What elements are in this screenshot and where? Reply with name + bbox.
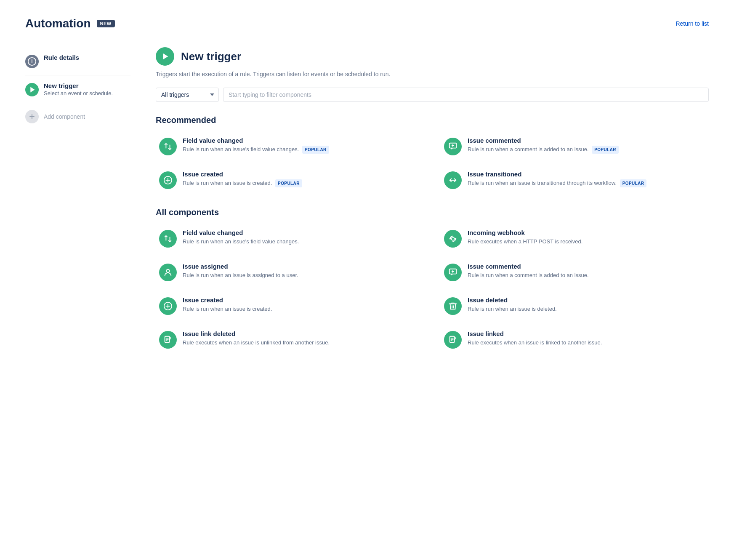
webhook-desc-all: Rule executes when a HTTP POST is receiv…: [468, 237, 582, 246]
sidebar-item-rule-details[interactable]: i Rule details: [25, 47, 130, 75]
new-badge: NEW: [97, 20, 115, 27]
component-issue-assigned-all[interactable]: Issue assigned Rule is run when an issue…: [156, 259, 424, 285]
page-header: Automation NEW Return to list: [25, 17, 709, 30]
sidebar-add-component[interactable]: Add component: [25, 103, 130, 130]
rule-details-text: Rule details: [44, 54, 79, 61]
component-issue-commented-rec[interactable]: Issue commented Rule is run when a comme…: [441, 133, 709, 159]
comment-plus-icon-all: [448, 268, 457, 277]
play-icon-content: [160, 52, 170, 61]
webhook-icon: [448, 234, 457, 243]
field-value-desc-all: Rule is run when an issue's field value …: [183, 237, 299, 246]
issue-created-icon-rec: [159, 171, 177, 189]
filter-input[interactable]: [223, 88, 709, 102]
component-issue-link-deleted-all[interactable]: Issue link deleted Rule executes when an…: [156, 327, 424, 352]
issue-linked-text-all: Issue linked Rule executes when an issue…: [468, 330, 602, 347]
issue-link-deleted-text-all: Issue link deleted Rule executes when an…: [183, 330, 330, 347]
issue-deleted-icon-all: [444, 297, 462, 315]
link-doc-icon-1: [163, 335, 173, 344]
content-title: New trigger: [181, 50, 241, 63]
all-components-section: All components Field value changed Rule …: [156, 208, 709, 352]
issue-commented-icon-rec: [444, 138, 462, 155]
new-trigger-text: New trigger Select an event or schedule.: [44, 82, 113, 96]
field-value-icon-rec: [159, 138, 177, 155]
comment-plus-icon-rec: [448, 142, 457, 151]
main-content: New trigger Triggers start the execution…: [143, 47, 709, 367]
issue-assigned-icon-all: [159, 264, 177, 281]
field-value-desc-rec: Rule is run when an issue's field value …: [183, 145, 329, 154]
trash-icon: [448, 301, 457, 311]
component-field-value-changed-all[interactable]: Field value changed Rule is run when an …: [156, 226, 424, 251]
component-issue-deleted-all[interactable]: Issue deleted Rule is run when an issue …: [441, 293, 709, 318]
filter-row: All triggers Scheduled Events: [156, 88, 709, 102]
recommended-title: Recommended: [156, 115, 709, 125]
content-description: Triggers start the execution of a rule. …: [156, 71, 709, 77]
svg-point-14: [455, 238, 457, 240]
issue-transitioned-icon-rec: [444, 171, 462, 189]
webhook-icon-all: [444, 230, 462, 248]
all-components-title: All components: [156, 208, 709, 217]
issue-created-desc-all: Rule is run when an issue is created.: [183, 305, 272, 313]
trigger-filter-select[interactable]: All triggers Scheduled Events: [156, 88, 219, 102]
field-value-text-all: Field value changed Rule is run when an …: [183, 229, 299, 246]
main-layout: i Rule details New trigger Select an eve…: [25, 47, 709, 367]
issue-created-name-rec: Issue created: [183, 171, 302, 178]
add-component-icon: [25, 110, 39, 123]
plus-circle-icon-all: [163, 301, 173, 311]
issue-commented-icon-all: [444, 264, 462, 281]
component-issue-commented-all[interactable]: Issue commented Rule is run when a comme…: [441, 259, 709, 285]
header-left: Automation NEW: [25, 17, 115, 30]
new-trigger-title: New trigger: [44, 82, 113, 89]
issue-link-deleted-icon-all: [159, 331, 177, 349]
issue-commented-desc-rec: Rule is run when a comment is added to a…: [468, 145, 619, 154]
issue-transitioned-text-rec: Issue transitioned Rule is run when an i…: [468, 171, 646, 187]
component-field-value-changed-rec[interactable]: Field value changed Rule is run when an …: [156, 133, 424, 159]
issue-deleted-text-all: Issue deleted Rule is run when an issue …: [468, 296, 557, 313]
info-icon: i: [27, 57, 37, 66]
sidebar: i Rule details New trigger Select an eve…: [25, 47, 143, 367]
trigger-play-icon: [156, 47, 174, 66]
issue-assigned-desc-all: Rule is run when an issue is assigned to…: [183, 271, 298, 280]
swap-icon-all: [163, 234, 173, 243]
issue-linked-name-all: Issue linked: [468, 330, 602, 337]
component-issue-linked-all[interactable]: Issue linked Rule executes when an issue…: [441, 327, 709, 352]
webhook-name-all: Incoming webhook: [468, 229, 582, 236]
issue-commented-name-all: Issue commented: [468, 263, 589, 270]
page-title: Automation: [25, 17, 91, 30]
issue-transitioned-name-rec: Issue transitioned: [468, 171, 646, 178]
component-incoming-webhook-all[interactable]: Incoming webhook Rule executes when a HT…: [441, 226, 709, 251]
issue-commented-name-rec: Issue commented: [468, 137, 619, 144]
svg-point-13: [449, 238, 451, 240]
issue-link-deleted-desc-all: Rule executes when an issue is unlinked …: [183, 339, 330, 347]
new-trigger-subtitle: Select an event or schedule.: [44, 90, 113, 96]
field-value-name-all: Field value changed: [183, 229, 299, 236]
issue-created-desc-rec: Rule is run when an issue is created. PO…: [183, 179, 302, 187]
issue-created-name-all: Issue created: [183, 296, 272, 304]
content-header: New trigger: [156, 47, 709, 66]
new-trigger-icon: [25, 83, 39, 96]
sidebar-item-new-trigger[interactable]: New trigger Select an event or schedule.: [25, 75, 130, 103]
rule-details-icon: i: [25, 55, 39, 68]
popular-badge-it-rec: POPULAR: [620, 179, 647, 187]
popular-badge-fvc-rec: POPULAR: [302, 146, 329, 154]
plus-circle-icon-rec: [163, 176, 173, 185]
swap-icon: [163, 142, 173, 151]
issue-commented-desc-all: Rule is run when a comment is added to a…: [468, 271, 589, 280]
issue-link-deleted-name-all: Issue link deleted: [183, 330, 330, 337]
svg-marker-5: [163, 53, 168, 60]
component-issue-created-all[interactable]: Issue created Rule is run when an issue …: [156, 293, 424, 318]
all-components-grid: Field value changed Rule is run when an …: [156, 226, 709, 352]
issue-linked-desc-all: Rule executes when an issue is linked to…: [468, 339, 602, 347]
issue-deleted-desc-all: Rule is run when an issue is deleted.: [468, 305, 557, 313]
popular-badge-iscr-rec: POPULAR: [275, 179, 302, 187]
return-to-list-link[interactable]: Return to list: [675, 20, 709, 27]
svg-point-15: [166, 269, 169, 272]
component-issue-transitioned-rec[interactable]: Issue transitioned Rule is run when an i…: [441, 167, 709, 192]
field-value-icon-all: [159, 230, 177, 248]
issue-commented-text-rec: Issue commented Rule is run when a comme…: [468, 137, 619, 154]
issue-created-text-rec: Issue created Rule is run when an issue …: [183, 171, 302, 187]
component-issue-created-rec[interactable]: Issue created Rule is run when an issue …: [156, 167, 424, 192]
issue-assigned-text-all: Issue assigned Rule is run when an issue…: [183, 263, 298, 280]
svg-point-12: [451, 237, 454, 240]
webhook-text-all: Incoming webhook Rule executes when a HT…: [468, 229, 582, 246]
issue-created-icon-all: [159, 297, 177, 315]
